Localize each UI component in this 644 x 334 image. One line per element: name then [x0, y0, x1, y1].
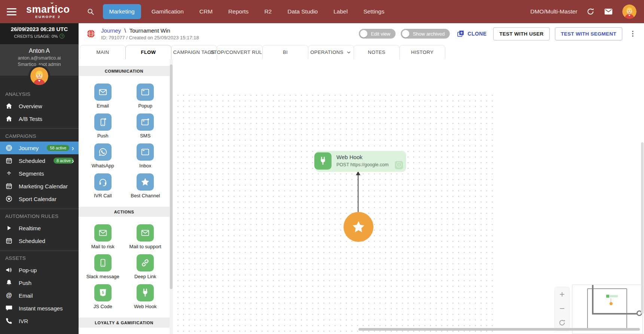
tab-operations[interactable]: OPERATIONS — [308, 45, 354, 59]
nav-item-data-studio[interactable]: Data Studio — [282, 4, 323, 19]
sidebar-item-overview[interactable]: Overview — [0, 100, 79, 112]
sidebar-item-label: Scheduled — [19, 238, 45, 244]
current-datetime: 26/09/2023 06:28 UTC — [0, 26, 79, 32]
journey-icon — [5, 144, 13, 152]
avatar[interactable] — [28, 65, 50, 87]
email-icon — [94, 224, 112, 242]
palette-scrollbar-thumb[interactable] — [170, 64, 173, 289]
nav-item-crm[interactable]: CRM — [194, 4, 218, 19]
search-icon[interactable] — [86, 7, 95, 16]
tab-notes[interactable]: NOTES — [354, 45, 400, 59]
divide-icon: ÷ — [5, 170, 13, 177]
tab-history[interactable]: HISTORY — [399, 45, 445, 59]
hamburger-menu-icon[interactable] — [7, 6, 16, 17]
sidebar-item-scheduled-campaigns[interactable]: Scheduled 8 active › — [0, 154, 79, 167]
palette-item-label: Popup — [124, 103, 167, 109]
tab-label: CAMPAIGN TAGS — [173, 49, 215, 55]
zoom-out-button[interactable]: − — [555, 301, 569, 316]
palette-item-email[interactable]: Email — [82, 84, 124, 109]
sidebar-item-push[interactable]: Push — [0, 276, 79, 289]
sidebar-item-realtime[interactable]: Realtime — [0, 222, 79, 234]
canvas-dot-grid — [175, 92, 495, 332]
push-phone-icon — [94, 113, 112, 131]
home-icon — [5, 102, 13, 110]
test-with-segment-button[interactable]: TEST WITH SEGMENT — [555, 27, 622, 40]
mail-icon[interactable] — [604, 7, 613, 16]
palette-item-ivr-call[interactable]: IVR Call — [82, 173, 124, 198]
sidebar-item-ivr[interactable]: IVR — [0, 315, 79, 327]
palette-item-web-hook[interactable]: Web Hook — [124, 284, 167, 309]
popup-window-icon — [137, 84, 154, 101]
tab-stop-convert-rules[interactable]: STOP/CONVERT RULES — [217, 45, 263, 59]
credits-usage: CREDITS USAGE: 0% ? — [0, 34, 79, 39]
show-archived-toggle[interactable]: Show archived — [401, 29, 450, 39]
edit-view-toggle[interactable]: Edit view — [359, 29, 396, 39]
sidebar-item-scheduled-rules[interactable]: Scheduled — [0, 234, 79, 247]
trigger-star-node[interactable] — [344, 212, 373, 242]
tab-label: MAIN — [96, 49, 109, 55]
sidebar-item-label: Journey — [19, 145, 39, 151]
nav-item-gamification[interactable]: Gamification — [146, 4, 189, 19]
email-icon — [94, 84, 112, 101]
test-with-user-button[interactable]: TEST WITH USER — [493, 27, 549, 40]
sidebar-item-segments[interactable]: ÷ Segments — [0, 167, 79, 180]
nav-item-marketing[interactable]: Marketing — [103, 4, 141, 19]
palette-item-whatsapp[interactable]: WhatsApp — [82, 143, 124, 168]
sidebar-item-marketing-calendar[interactable]: Marketing Calendar — [0, 180, 79, 192]
sidebar-item-label: Scheduled — [19, 158, 45, 164]
flow-minimap[interactable] — [572, 285, 643, 334]
breadcrumb-journey-link[interactable]: Journey — [101, 27, 121, 34]
flow-canvas[interactable]: Web Hook POST https://google.com ⓘ + − — [173, 59, 644, 334]
palette-item-inbox[interactable]: Inbox — [124, 143, 167, 168]
sidebar-item-instant-messages[interactable]: Instant messages — [0, 302, 79, 315]
page-vertical-scrollbar[interactable] — [641, 142, 644, 314]
sidebar-item-sport-calendar[interactable]: Sport Calendar — [0, 192, 79, 205]
avatar[interactable] — [622, 4, 637, 19]
sidebar-item-journey[interactable]: Journey 58 active › — [0, 142, 79, 154]
calendar-icon — [5, 182, 13, 190]
app-logo[interactable]: smartico ˇ EUROPE 2 — [26, 5, 70, 19]
canvas-horizontal-scrollbar[interactable] — [358, 328, 640, 331]
palette-item-push[interactable]: Push — [82, 113, 124, 139]
clone-button[interactable]: CLONE — [455, 27, 488, 40]
credits-usage-label: CREDITS USAGE: 0% — [14, 34, 58, 39]
palette-item-slack-message[interactable]: Slack message — [82, 254, 124, 279]
tenant-selector[interactable]: DMO/Multi-Master — [530, 8, 577, 15]
palette-section-actions: ACTIONS — [79, 207, 170, 217]
palette-item-label: Best Channel — [124, 193, 167, 198]
sidebar-item-popup[interactable]: Pop-up — [0, 264, 79, 276]
nav-item-r2[interactable]: R2 — [259, 4, 277, 19]
palette-item-label: Email — [82, 103, 124, 109]
help-icon[interactable]: ? — [59, 34, 64, 39]
minimap-webhook-node — [606, 295, 618, 298]
zoom-in-button[interactable]: + — [555, 287, 569, 301]
web-hook-node[interactable]: Web Hook POST https://google.com ⓘ — [315, 151, 406, 172]
sidebar-item-ab-tests[interactable]: A/B Tests — [0, 112, 79, 125]
whatsapp-icon — [94, 143, 112, 161]
refresh-icon[interactable] — [586, 7, 595, 16]
play-icon — [5, 224, 13, 232]
palette-item-mail-to-risk[interactable]: Mail to risk — [82, 224, 124, 249]
palette-item-best-channel[interactable]: Best Channel — [124, 173, 167, 198]
tab-main[interactable]: MAIN — [80, 45, 126, 59]
canvas-zoom-controls: + − — [555, 287, 570, 331]
active-count-badge: 58 active — [47, 145, 69, 151]
nav-item-label[interactable]: Label — [328, 4, 353, 19]
kebab-menu-icon[interactable] — [628, 28, 638, 39]
tab-flow[interactable]: FLOW — [125, 45, 171, 59]
sidebar-clock-block: 26/09/2023 06:28 UTC CREDITS USAGE: 0% ? — [0, 23, 79, 44]
breadcrumb: Journey \ Tournament Win — [101, 27, 199, 34]
nav-item-settings[interactable]: Settings — [358, 4, 390, 19]
sidebar-item-email[interactable]: @ Email — [0, 289, 79, 302]
palette-item-popup[interactable]: Popup — [124, 84, 167, 109]
palette-section-communication: COMMUNICATION — [79, 66, 170, 76]
nav-item-reports[interactable]: Reports — [223, 4, 254, 19]
palette-item-label: WhatsApp — [82, 163, 124, 168]
palette-item-js-code[interactable]: JS Code — [82, 284, 124, 309]
tab-bi[interactable]: BI — [262, 45, 308, 59]
palette-item-deep-link[interactable]: Deep Link — [124, 254, 167, 279]
palette-item-sms[interactable]: SMS — [124, 113, 167, 139]
divider — [0, 128, 79, 129]
palette-item-mail-to-support[interactable]: Mail to support — [124, 224, 167, 249]
info-icon[interactable]: ⓘ — [395, 161, 403, 169]
